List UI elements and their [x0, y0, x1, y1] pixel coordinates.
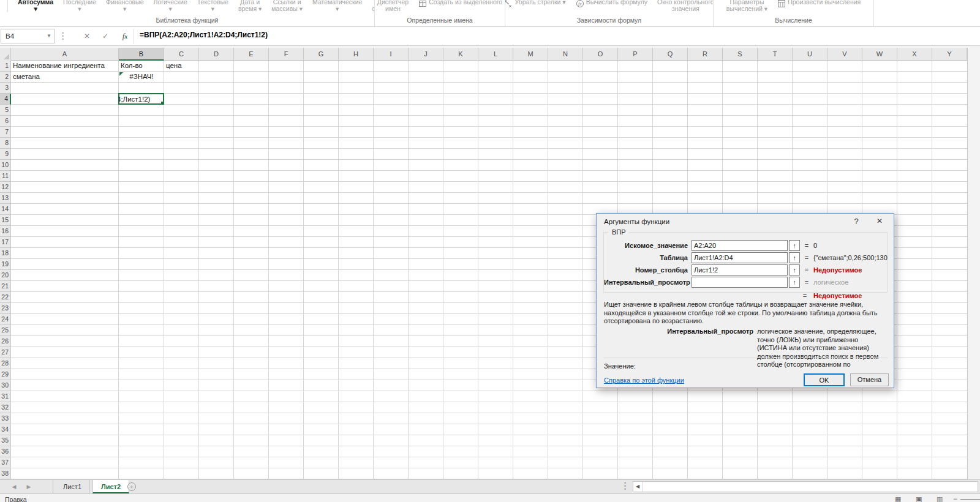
ribbon-remove-arrows-button[interactable]: Убрать стрелки ▾ [505, 0, 566, 8]
row-header-2[interactable]: 2 [0, 72, 11, 83]
column-header-R[interactable]: R [688, 48, 723, 61]
column-header-W[interactable]: W [862, 48, 897, 61]
ribbon-calculate-now-button[interactable]: Произвести вычисления [777, 0, 861, 8]
range-picker-icon[interactable]: ↑ [789, 240, 800, 251]
column-header-J[interactable]: J [409, 48, 443, 61]
row-header-37[interactable]: 37 [0, 457, 11, 468]
normal-view-icon[interactable]: ▦ [895, 495, 901, 502]
argument-input-1[interactable] [692, 240, 788, 251]
grid-cell-B2[interactable]: #ЗНАЧ! [119, 72, 164, 83]
error-indicator-icon[interactable] [119, 72, 123, 76]
grid-cell-C1[interactable]: цена [164, 61, 273, 72]
row-header-8[interactable]: 8 [0, 138, 11, 149]
row-header-23[interactable]: 23 [0, 303, 11, 314]
row-header-17[interactable]: 17 [0, 237, 11, 248]
page-layout-view-icon[interactable]: ▣ [916, 495, 922, 502]
ribbon-date-time-functions-button[interactable]: Дата ивремя ▾ [238, 0, 262, 12]
grid-cell-A2[interactable]: сметана [11, 72, 192, 83]
cancel-button[interactable]: Отмена [850, 373, 889, 386]
sheet-tab-Лист1[interactable]: Лист1 [55, 480, 90, 493]
ribbon-autosum-button[interactable]: Автосумма▾ [18, 0, 53, 12]
column-header-U[interactable]: U [793, 48, 827, 61]
row-header-19[interactable]: 19 [0, 259, 11, 270]
enter-entry-button[interactable]: ✓ [98, 30, 113, 42]
row-header-29[interactable]: 29 [0, 369, 11, 380]
column-header-E[interactable]: E [234, 48, 269, 61]
column-header-X[interactable]: X [897, 48, 932, 61]
row-header-26[interactable]: 26 [0, 336, 11, 347]
row-header-24[interactable]: 24 [0, 314, 11, 325]
row-header-4[interactable]: 4 [0, 94, 11, 105]
ok-button[interactable]: OK [804, 373, 845, 386]
row-header-36[interactable]: 36 [0, 446, 11, 457]
column-header-M[interactable]: M [513, 48, 548, 61]
row-header-30[interactable]: 30 [0, 380, 11, 391]
page-break-view-icon[interactable]: ▥ [937, 495, 943, 502]
zoom-out-icon[interactable]: − [953, 495, 957, 502]
column-header-F[interactable]: F [269, 48, 304, 61]
range-picker-icon[interactable]: ↑ [789, 252, 800, 263]
formula-input[interactable]: =ВПР(A2:A20;Лист1!A2:D4;Лист1!2) [140, 31, 268, 39]
row-header-1[interactable]: 1 [0, 61, 11, 72]
column-header-D[interactable]: D [199, 48, 234, 61]
row-header-27[interactable]: 27 [0, 347, 11, 358]
row-header-15[interactable]: 15 [0, 215, 11, 226]
row-header-7[interactable]: 7 [0, 127, 11, 138]
select-all-corner[interactable] [0, 48, 11, 61]
editing-cell-B4[interactable]: 4;Лист1!2) [118, 93, 164, 105]
column-header-V[interactable]: V [827, 48, 862, 61]
row-header-31[interactable]: 31 [0, 391, 11, 402]
ribbon-lookup-reference-functions-button[interactable]: Ссылки имассивы ▾ [271, 0, 303, 12]
column-header-I[interactable]: I [374, 48, 409, 61]
sheet-tab-Лист2[interactable]: Лист2 [92, 480, 129, 493]
row-header-6[interactable]: 6 [0, 116, 11, 127]
tabbar-resize-handle[interactable]: ••• [624, 482, 626, 491]
row-header-10[interactable]: 10 [0, 160, 11, 171]
row-header-38[interactable]: 38 [0, 468, 11, 479]
argument-input-2[interactable] [692, 252, 788, 263]
dialog-titlebar[interactable]: Аргументы функции ? ✕ [597, 214, 894, 230]
row-header-16[interactable]: 16 [0, 226, 11, 237]
column-header-T[interactable]: T [758, 48, 793, 61]
column-header-L[interactable]: L [478, 48, 513, 61]
ribbon-math-trig-functions-button[interactable]: Математические▾ [312, 0, 362, 12]
ribbon-more-functions-button[interactable]: Другиефункции ▾ [372, 0, 374, 12]
ribbon-logical-functions-button[interactable]: Логические▾ [153, 0, 187, 12]
row-header-9[interactable]: 9 [0, 149, 11, 160]
drag-handle-icon[interactable]: ••• [62, 32, 64, 42]
horizontal-scrollbar[interactable]: ◀ [633, 481, 978, 492]
fill-handle[interactable] [160, 101, 164, 104]
row-header-3[interactable]: 3 [0, 83, 11, 94]
ribbon-insert-function-button[interactable]: Вставитьфункцию [0, 0, 8, 12]
column-header-O[interactable]: O [583, 48, 618, 61]
row-header-33[interactable]: 33 [0, 413, 11, 424]
ribbon-calculation-options-button[interactable]: Параметрывычислений ▾ [726, 0, 767, 12]
row-header-32[interactable]: 32 [0, 402, 11, 413]
row-header-35[interactable]: 35 [0, 435, 11, 446]
column-header-K[interactable]: K [443, 48, 478, 61]
cancel-entry-button[interactable]: ✕ [80, 30, 94, 42]
scroll-left-icon[interactable]: ◀ [633, 482, 643, 492]
column-header-P[interactable]: P [618, 48, 653, 61]
add-sheet-icon[interactable]: + [127, 482, 136, 491]
row-header-20[interactable]: 20 [0, 270, 11, 281]
ribbon-financial-functions-button[interactable]: Финансовые▾ [106, 0, 143, 12]
chevron-down-icon[interactable]: ▼ [47, 29, 55, 43]
row-header-14[interactable]: 14 [0, 204, 11, 215]
column-header-C[interactable]: C [164, 48, 199, 61]
ribbon-evaluate-formula-button[interactable]: fxВычислить формулу [576, 0, 647, 8]
column-header-Y[interactable]: Y [932, 48, 967, 61]
row-header-13[interactable]: 13 [0, 193, 11, 204]
range-picker-icon[interactable]: ↑ [789, 264, 800, 275]
row-header-34[interactable]: 34 [0, 424, 11, 435]
insert-function-icon[interactable]: fx [118, 30, 132, 42]
zoom-slider[interactable] [960, 499, 980, 500]
ribbon-text-functions-button[interactable]: Текстовые▾ [197, 0, 228, 12]
range-picker-icon[interactable]: ↑ [789, 277, 800, 288]
name-box[interactable]: B4 ▼ [1, 29, 55, 43]
prev-sheet-icon[interactable]: ◀ [7, 480, 21, 493]
row-header-18[interactable]: 18 [0, 248, 11, 259]
row-header-11[interactable]: 11 [0, 171, 11, 182]
argument-input-4[interactable] [692, 277, 788, 288]
dialog-help-icon[interactable]: ? [851, 217, 862, 228]
